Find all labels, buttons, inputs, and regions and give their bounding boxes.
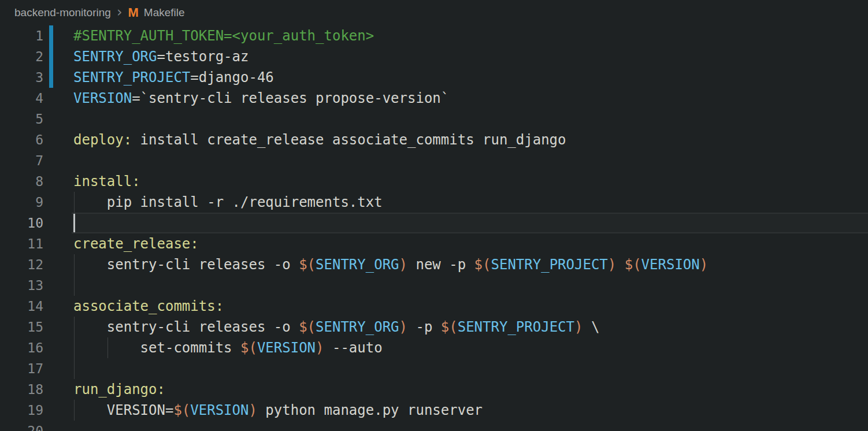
code-token-punct: $( (474, 257, 491, 273)
code-token-punct: $( (299, 319, 316, 335)
code-line[interactable]: 1#SENTRY_AUTH_TOKEN=<your_auth_token> (0, 25, 868, 46)
code-token-target: run_django: (73, 381, 165, 397)
code-token-punct: ) (700, 257, 708, 273)
indent-guide-line (74, 275, 75, 296)
line-number[interactable]: 18 (0, 379, 43, 400)
code-token-text: =django-46 (190, 69, 274, 86)
code-token-text (616, 257, 624, 273)
code-token-text: =`sentry-cli releases propose-version` (132, 90, 449, 106)
code-line-text: deploy: install create_release associate… (73, 129, 566, 150)
code-token-var: SENTRY_ORG (316, 257, 399, 273)
line-number[interactable]: 8 (0, 171, 43, 192)
code-token-var: SENTRY_ORG (316, 319, 399, 335)
line-number[interactable]: 4 (0, 88, 43, 109)
code-token-text: =testorg-az (157, 49, 249, 65)
code-token-punct: ) (248, 402, 257, 418)
text-cursor (73, 214, 75, 232)
code-line[interactable]: 12 sentry-cli releases -o $(SENTRY_ORG) … (0, 254, 868, 275)
code-line[interactable]: 13 (0, 275, 868, 296)
code-token-target: create_release: (73, 236, 199, 252)
code-line[interactable]: 16 set-commits $(VERSION) --auto (0, 337, 868, 358)
code-token-punct: ) (574, 319, 583, 335)
line-number[interactable]: 10 (0, 213, 43, 233)
line-number[interactable]: 13 (0, 275, 43, 296)
code-token-text: VERSION= (73, 402, 173, 418)
code-line-text: sentry-cli releases -o $(SENTRY_ORG) new… (73, 254, 708, 275)
code-token-punct: ) (399, 319, 407, 335)
code-token-var: VERSION (257, 340, 316, 356)
makefile-icon: M (128, 5, 138, 20)
code-token-text: install create_release associate_commits… (132, 132, 566, 148)
code-line-text: VERSION=`sentry-cli releases propose-ver… (73, 88, 449, 109)
line-number[interactable]: 11 (0, 233, 43, 254)
breadcrumb-item-file[interactable]: Makefile (144, 6, 185, 19)
code-line[interactable]: 11create_release: (0, 233, 868, 254)
code-token-text: sentry-cli releases -o (73, 257, 299, 273)
code-line[interactable]: 2SENTRY_ORG=testorg-az (0, 46, 868, 67)
code-line-text: sentry-cli releases -o $(SENTRY_ORG) -p … (73, 317, 599, 337)
code-token-text: new -p (407, 257, 474, 273)
line-number[interactable]: 2 (0, 46, 43, 67)
code-token-target: install: (73, 173, 140, 190)
code-token-target: deploy: (73, 132, 132, 148)
code-line[interactable]: 8install: (0, 171, 868, 192)
code-area[interactable]: 1#SENTRY_AUTH_TOKEN=<your_auth_token>2SE… (0, 25, 868, 431)
line-number[interactable]: 15 (0, 317, 43, 337)
code-token-var: SENTRY_PROJECT (73, 69, 190, 86)
code-token-var: VERSION (190, 402, 248, 418)
code-token-var: VERSION (641, 257, 700, 273)
line-number[interactable]: 5 (0, 109, 43, 129)
code-token-text: pip install -r ./requirements.txt (73, 194, 383, 210)
code-line[interactable]: 14associate_commits: (0, 296, 868, 317)
code-line[interactable]: 19 VERSION=$(VERSION) python manage.py r… (0, 400, 868, 421)
line-number[interactable]: 6 (0, 129, 43, 150)
code-line[interactable]: 6deploy: install create_release associat… (0, 129, 868, 150)
code-line-text: SENTRY_PROJECT=django-46 (73, 67, 274, 88)
line-number[interactable]: 12 (0, 254, 43, 275)
code-token-comment: #SENTRY_AUTH_TOKEN=<your_auth_token> (73, 28, 374, 44)
code-token-text: --auto (324, 340, 383, 356)
code-line[interactable]: 18run_django: (0, 379, 868, 400)
line-number[interactable]: 3 (0, 67, 43, 88)
code-token-var: SENTRY_ORG (73, 49, 157, 65)
code-token-punct: $( (625, 257, 641, 273)
line-number[interactable]: 20 (0, 421, 43, 431)
code-line[interactable]: 20 (0, 421, 868, 431)
code-editor-window: backend-monitoring › M Makefile 1#SENTRY… (0, 0, 868, 431)
code-line-text: #SENTRY_AUTH_TOKEN=<your_auth_token> (73, 25, 374, 46)
code-line-text: create_release: (73, 233, 199, 254)
code-token-var: SENTRY_PROJECT (491, 257, 608, 273)
code-token-var: VERSION (73, 90, 132, 106)
code-token-punct: ) (316, 340, 324, 356)
current-line-highlight (72, 213, 868, 233)
line-number[interactable]: 16 (0, 337, 43, 358)
breadcrumb-item-folder[interactable]: backend-monitoring (14, 6, 111, 19)
code-token-punct: $( (240, 340, 257, 356)
breadcrumb: backend-monitoring › M Makefile (0, 0, 868, 25)
line-number[interactable]: 1 (0, 25, 43, 46)
code-line[interactable]: 10 (0, 213, 868, 233)
code-token-text: -p (407, 319, 441, 335)
indent-guide-line (74, 358, 75, 379)
line-number[interactable]: 9 (0, 192, 43, 213)
code-line[interactable]: 15 sentry-cli releases -o $(SENTRY_ORG) … (0, 317, 868, 337)
code-line[interactable]: 3SENTRY_PROJECT=django-46 (0, 67, 868, 88)
code-line-text: associate_commits: (73, 296, 224, 317)
code-token-var: SENTRY_PROJECT (458, 319, 574, 335)
code-line[interactable]: 4VERSION=`sentry-cli releases propose-ve… (0, 88, 868, 109)
line-number[interactable]: 14 (0, 296, 43, 317)
chevron-right-icon: › (117, 5, 123, 19)
code-line[interactable]: 9 pip install -r ./requirements.txt (0, 192, 868, 213)
code-line-text: set-commits $(VERSION) --auto (73, 337, 383, 358)
code-line-text: pip install -r ./requirements.txt (73, 192, 383, 213)
line-number[interactable]: 19 (0, 400, 43, 421)
code-line[interactable]: 7 (0, 150, 868, 171)
code-token-punct: $( (173, 402, 190, 418)
code-line[interactable]: 17 (0, 358, 868, 379)
line-number[interactable]: 7 (0, 150, 43, 171)
line-number[interactable]: 17 (0, 358, 43, 379)
code-token-punct: $( (299, 257, 316, 273)
code-token-punct: ) (608, 257, 616, 273)
code-line[interactable]: 5 (0, 109, 868, 129)
code-token-punct: $( (441, 319, 458, 335)
